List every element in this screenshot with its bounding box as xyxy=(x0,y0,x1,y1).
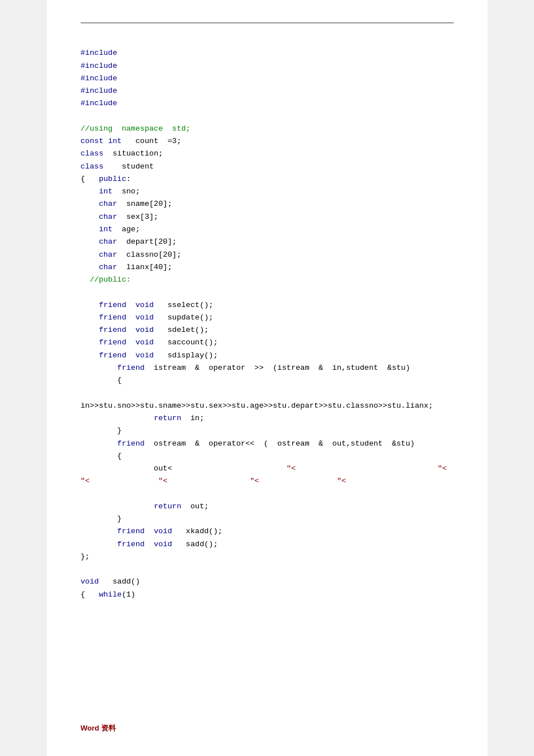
line-out2: "< "< "< "< xyxy=(81,477,346,485)
line-friend-sdelet: friend void sdelet(); xyxy=(81,326,209,334)
line-friend-xkadd: friend void xkadd(); xyxy=(81,527,223,535)
line-friend-istream: friend istream & operator >> (istream & … xyxy=(81,364,410,372)
line-include5: #include xyxy=(81,99,118,107)
line-friend-sselect: friend void sselect(); xyxy=(81,301,214,309)
line-brace-close1: } xyxy=(81,426,122,435)
line-const: const int count =3; xyxy=(81,137,181,145)
line-comment1: //using namespace std; xyxy=(81,124,190,133)
line-include4: #include xyxy=(81,87,118,95)
line-out1: out< "< "< xyxy=(81,464,447,473)
line-friend-supdate: friend void supdate(); xyxy=(81,313,214,322)
line-include1: #include xyxy=(81,49,118,57)
page-container: #include #include #include #include #inc… xyxy=(47,0,488,756)
line-int-sno: int sno; xyxy=(81,187,140,196)
line-class-end: }; xyxy=(81,552,90,561)
line-brace-open3: { xyxy=(81,452,122,460)
line-char-classno: char classno[20]; xyxy=(81,250,181,259)
line-friend-sdisplay: friend void sdisplay(); xyxy=(81,351,218,360)
line-return-out: return out; xyxy=(81,502,209,511)
line-void-sadd: void sadd() xyxy=(81,577,140,586)
line-friend-sadd: friend void sadd(); xyxy=(81,540,218,548)
line-friend-saccount: friend void saccount(); xyxy=(81,338,218,347)
footer-word-label: Word 资料 xyxy=(81,724,116,732)
line-class2: class student xyxy=(81,162,154,171)
line-class1: class situaction; xyxy=(81,149,163,158)
line-char-sname: char sname[20]; xyxy=(81,200,172,208)
code-block: #include #include #include #include #inc… xyxy=(81,34,454,614)
line-brace-open: { public: xyxy=(81,175,131,183)
line-brace-close2: } xyxy=(81,515,122,523)
line-brace-open2: { xyxy=(81,376,122,385)
line-int-age: int age; xyxy=(81,225,140,234)
line-char-sex: char sex[3]; xyxy=(81,213,159,221)
line-return-in: return in; xyxy=(81,414,205,422)
footer: Word 资料 xyxy=(81,723,116,733)
line-friend-ostream: friend ostream & operator<< ( ostream & … xyxy=(81,439,415,448)
line-char-depart: char depart[20]; xyxy=(81,237,177,246)
line-include2: #include xyxy=(81,62,118,70)
line-include3: #include xyxy=(81,74,118,83)
line-comment2: //public: xyxy=(81,275,131,284)
line-in-stream: in>>stu.sno>>stu.sname>>stu.sex>>stu.age… xyxy=(81,401,433,410)
top-divider xyxy=(81,23,454,23)
line-while: { while(1) xyxy=(81,590,136,599)
line-char-lianx: char lianx[40]; xyxy=(81,263,172,271)
